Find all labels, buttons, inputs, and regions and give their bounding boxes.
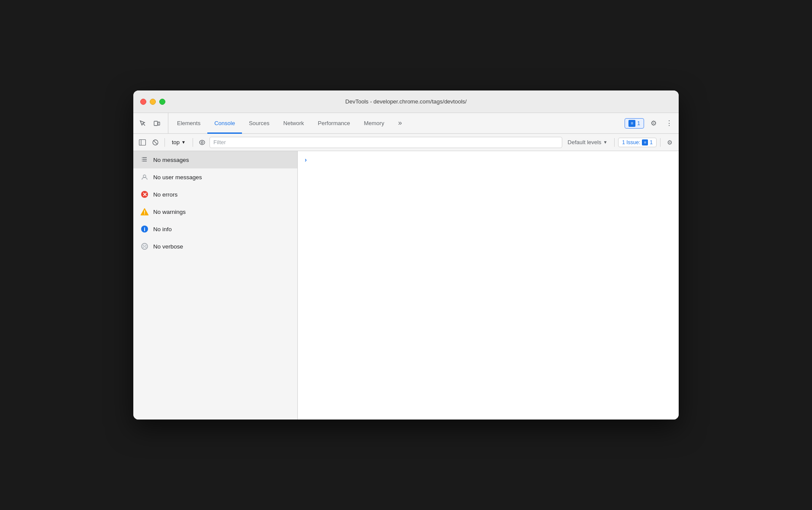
- svg-text:i: i: [144, 226, 145, 232]
- console-settings-button[interactable]: ⚙: [664, 137, 675, 148]
- filter-all-messages[interactable]: No messages: [133, 151, 297, 168]
- filter-errors[interactable]: ✕ No errors: [133, 186, 297, 203]
- divider2: [193, 138, 193, 147]
- tab-sources[interactable]: Sources: [242, 113, 277, 134]
- list-icon: [140, 155, 149, 164]
- console-gear-icon: ⚙: [667, 139, 673, 146]
- eye-button[interactable]: [197, 137, 208, 148]
- issue-count-text: 1 Issue:: [622, 139, 640, 145]
- divider4: [660, 138, 661, 147]
- main-content: No messages No user messages ✕: [133, 151, 679, 420]
- svg-line-0: [143, 123, 145, 126]
- filter-warnings[interactable]: ! No warnings: [133, 203, 297, 220]
- tab-more[interactable]: »: [391, 113, 409, 134]
- filter-verbose-label: No verbose: [153, 243, 183, 250]
- cursor-icon: [139, 120, 146, 127]
- tab-console[interactable]: Console: [207, 113, 242, 134]
- tab-elements[interactable]: Elements: [170, 113, 207, 134]
- levels-dropdown-icon: ▼: [603, 140, 607, 145]
- traffic-lights: [140, 99, 165, 105]
- svg-text:!: !: [144, 210, 145, 216]
- toolbar-tools: [137, 113, 168, 133]
- title-bar: DevTools - developer.chrome.com/tags/dev…: [133, 90, 679, 113]
- divider: [164, 138, 165, 147]
- issues-count: 1: [637, 120, 640, 126]
- tab-memory[interactable]: Memory: [357, 113, 391, 134]
- issues-chat-icon: ≡: [628, 120, 635, 127]
- filter-user-label: No user messages: [153, 174, 202, 181]
- context-label: top: [172, 139, 180, 145]
- dropdown-arrow-icon: ▼: [181, 140, 186, 145]
- tab-performance[interactable]: Performance: [311, 113, 357, 134]
- issue-count-badge[interactable]: 1 Issue: ≡ 1: [618, 138, 657, 147]
- filter-verbose[interactable]: No verbose: [133, 238, 297, 255]
- more-options-button[interactable]: ⋮: [663, 117, 675, 129]
- svg-point-15: [143, 175, 146, 178]
- warning-icon: !: [140, 207, 149, 216]
- svg-point-24: [145, 245, 146, 246]
- main-toolbar: Elements Console Sources Network Perform…: [133, 113, 679, 134]
- issues-badge[interactable]: ≡ 1: [625, 118, 644, 129]
- issue-mini-icon: ≡: [642, 139, 648, 145]
- ban-icon: [152, 139, 159, 146]
- sidebar-toggle-button[interactable]: [137, 137, 148, 148]
- svg-point-25: [143, 247, 144, 248]
- svg-rect-2: [158, 122, 160, 125]
- person-icon: [140, 173, 149, 181]
- filter-input[interactable]: [209, 137, 562, 148]
- console-output[interactable]: ›: [298, 151, 679, 420]
- minimize-button[interactable]: [150, 99, 156, 105]
- device-icon: [153, 120, 160, 127]
- vertical-dots-icon: ⋮: [666, 119, 673, 127]
- divider3: [614, 138, 615, 147]
- console-prompt[interactable]: ›: [301, 155, 675, 165]
- filter-user-messages[interactable]: No user messages: [133, 168, 297, 186]
- sidebar-icon: [139, 139, 146, 145]
- filter-warnings-label: No warnings: [153, 209, 186, 215]
- console-toolbar: top ▼ Default levels ▼ 1 Issue: ≡ 1 ⚙: [133, 134, 679, 151]
- default-levels-label: Default levels: [567, 139, 601, 145]
- clear-console-button[interactable]: [150, 137, 161, 148]
- filter-info-label: No info: [153, 226, 172, 232]
- svg-point-23: [143, 245, 144, 246]
- device-toggle-button[interactable]: [151, 117, 163, 129]
- tab-network[interactable]: Network: [277, 113, 311, 134]
- inspect-element-button[interactable]: [137, 117, 149, 129]
- svg-text:✕: ✕: [142, 191, 147, 198]
- window-title: DevTools - developer.chrome.com/tags/dev…: [345, 98, 467, 105]
- svg-line-6: [154, 140, 158, 144]
- devtools-window: DevTools - developer.chrome.com/tags/dev…: [133, 90, 679, 420]
- svg-point-8: [201, 141, 203, 143]
- svg-point-26: [145, 247, 146, 248]
- maximize-button[interactable]: [159, 99, 165, 105]
- issue-badge-num: 1: [650, 139, 653, 145]
- context-selector[interactable]: top ▼: [168, 137, 189, 147]
- more-tabs-icon: »: [398, 119, 402, 127]
- chevron-right-icon: ›: [305, 156, 307, 163]
- filter-all-label: No messages: [153, 157, 189, 163]
- svg-rect-3: [139, 139, 146, 145]
- settings-button[interactable]: ⚙: [648, 117, 660, 129]
- filter-info[interactable]: i No info: [133, 220, 297, 238]
- eye-icon: [199, 140, 206, 145]
- bug-icon: [140, 242, 149, 251]
- info-icon: i: [140, 225, 149, 233]
- svg-rect-1: [154, 121, 158, 126]
- close-button[interactable]: [140, 99, 146, 105]
- console-sidebar: No messages No user messages ✕: [133, 151, 298, 420]
- toolbar-right: ≡ 1 ⚙ ⋮: [625, 113, 675, 133]
- svg-point-27: [144, 246, 145, 247]
- svg-point-7: [200, 140, 205, 145]
- gear-icon: ⚙: [651, 119, 657, 127]
- default-levels-button[interactable]: Default levels ▼: [564, 137, 611, 147]
- filter-errors-label: No errors: [153, 191, 177, 198]
- error-icon: ✕: [140, 190, 149, 199]
- tab-list: Elements Console Sources Network Perform…: [170, 113, 625, 133]
